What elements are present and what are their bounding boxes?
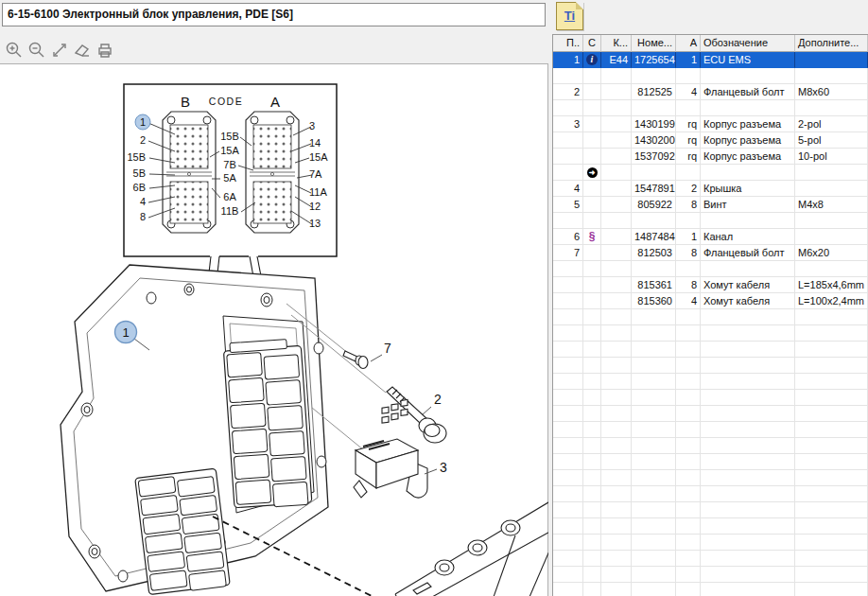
cell-qty xyxy=(676,68,701,84)
cell-status xyxy=(583,197,601,213)
table-row[interactable] xyxy=(553,502,868,518)
cell-status xyxy=(583,390,601,406)
info-icon: i xyxy=(586,54,598,65)
column-header-code[interactable]: К... xyxy=(601,35,632,52)
callout-3[interactable]: 3 xyxy=(425,460,447,475)
cell-extra xyxy=(795,406,868,422)
cell-extra xyxy=(795,342,868,358)
table-row[interactable] xyxy=(553,422,868,438)
eraser-button[interactable] xyxy=(72,40,92,60)
table-row[interactable]: 31430199rqКорпус разъема2-pol xyxy=(553,116,868,132)
cell-qty xyxy=(676,438,701,454)
cell-name: Канал xyxy=(701,229,795,245)
column-header-number[interactable]: Номе... xyxy=(632,35,676,52)
cell-number xyxy=(632,486,676,502)
cell-qty xyxy=(676,422,701,438)
pin-label: 15B xyxy=(220,131,239,142)
zoom-out-button[interactable] xyxy=(26,40,46,60)
table-row[interactable] xyxy=(553,213,868,229)
table-row[interactable]: 1430200rqКорпус разъема5-pol xyxy=(553,132,868,149)
cell-code xyxy=(601,470,632,486)
table-row[interactable]: ➜ xyxy=(553,165,868,181)
cell-name xyxy=(701,358,795,374)
table-row[interactable] xyxy=(553,406,868,422)
table-row[interactable] xyxy=(553,438,868,454)
technical-drawing-panel[interactable]: B CODE A xyxy=(0,63,548,596)
callout-7[interactable]: 7 xyxy=(371,341,391,361)
table-row[interactable] xyxy=(553,342,868,358)
cell-extra: L=185x4,6mm xyxy=(795,277,868,293)
cell-name xyxy=(701,390,795,406)
table-row[interactable] xyxy=(553,68,868,84)
cell-number xyxy=(632,261,676,277)
section-title-field[interactable]: 6-15-6100 Электронный блок управления, P… xyxy=(2,3,546,26)
table-row[interactable] xyxy=(553,486,868,502)
table-row[interactable] xyxy=(553,374,868,390)
fit-to-window-button[interactable] xyxy=(49,40,69,60)
zoom-in-button[interactable] xyxy=(4,40,24,60)
table-row[interactable]: 28125254Фланцевый болтM8x60 xyxy=(553,84,868,100)
cell-qty xyxy=(676,261,701,277)
pin-label: 15A xyxy=(220,145,239,156)
cell-extra xyxy=(795,261,868,277)
print-button[interactable] xyxy=(95,40,114,60)
column-header-status[interactable]: С xyxy=(583,35,601,52)
pin-label: 6B xyxy=(133,182,146,193)
cell-qty xyxy=(676,213,701,229)
table-row[interactable] xyxy=(553,551,868,567)
cell-extra xyxy=(795,165,868,181)
cell-qty xyxy=(676,551,701,567)
table-header: П.. С К... Номе... А Обозначение Дополни… xyxy=(553,35,868,52)
cell-number: 805922 xyxy=(632,197,676,213)
table-row[interactable]: 1iE4417256541ECU EMS xyxy=(553,52,868,68)
table-row[interactable]: 1537092rqКорпус разъема10-pol xyxy=(553,149,868,165)
table-row[interactable] xyxy=(553,390,868,406)
table-row[interactable]: 58059228ВинтM4x8 xyxy=(553,197,868,213)
cell-qty: 1 xyxy=(676,52,701,68)
cell-extra: 2-pol xyxy=(795,116,868,132)
pin-label: 4 xyxy=(140,196,146,207)
cell-status: ➜ xyxy=(583,165,601,181)
table-row[interactable] xyxy=(553,454,868,470)
cell-code xyxy=(601,197,632,213)
cell-number xyxy=(632,567,676,583)
table-row[interactable] xyxy=(553,358,868,374)
table-row[interactable]: 6§14874841Канал xyxy=(553,229,868,245)
cell-qty: rq xyxy=(676,116,701,132)
pin-label[interactable]: 1 xyxy=(140,116,146,128)
zoom-in-icon xyxy=(5,41,24,60)
table-row[interactable] xyxy=(553,567,868,583)
table-row[interactable] xyxy=(553,325,868,342)
cell-code xyxy=(601,68,632,84)
cell-status xyxy=(583,502,601,518)
cell-pos xyxy=(553,390,583,406)
column-header-qty[interactable]: А xyxy=(676,35,701,52)
table-row[interactable]: 78125038Фланцевый болтM6x20 xyxy=(553,245,868,261)
table-row[interactable] xyxy=(553,261,868,277)
cell-pos xyxy=(553,535,583,551)
table-row[interactable] xyxy=(553,518,868,535)
cell-code xyxy=(601,245,632,261)
cell-name: Фланцевый болт xyxy=(701,84,795,100)
table-row[interactable]: 8153604Хомут кабеляL=100x2,4mm xyxy=(553,293,868,309)
cell-number xyxy=(632,470,676,486)
table-row[interactable] xyxy=(553,100,868,116)
column-header-name[interactable]: Обозначение xyxy=(701,35,795,52)
table-row[interactable] xyxy=(553,309,868,325)
table-row[interactable]: 415478912Крышка xyxy=(553,181,868,197)
cell-extra: 5-pol xyxy=(795,132,868,149)
cell-pos xyxy=(553,567,583,583)
callout-2[interactable]: 2 xyxy=(422,392,442,415)
cell-extra xyxy=(795,583,868,596)
column-header-extra[interactable]: Дополните... xyxy=(795,35,868,52)
column-header-pos[interactable]: П.. xyxy=(553,35,583,52)
zoom-out-icon xyxy=(27,41,46,60)
table-row[interactable] xyxy=(553,583,868,596)
table-row[interactable]: 8153618Хомут кабеляL=185x4,6mm xyxy=(553,277,868,293)
cell-code xyxy=(601,486,632,502)
cell-status xyxy=(583,100,601,116)
table-row[interactable] xyxy=(553,535,868,551)
technical-info-button[interactable]: Ti xyxy=(556,2,583,30)
cell-code xyxy=(601,374,632,390)
table-row[interactable] xyxy=(553,470,868,486)
